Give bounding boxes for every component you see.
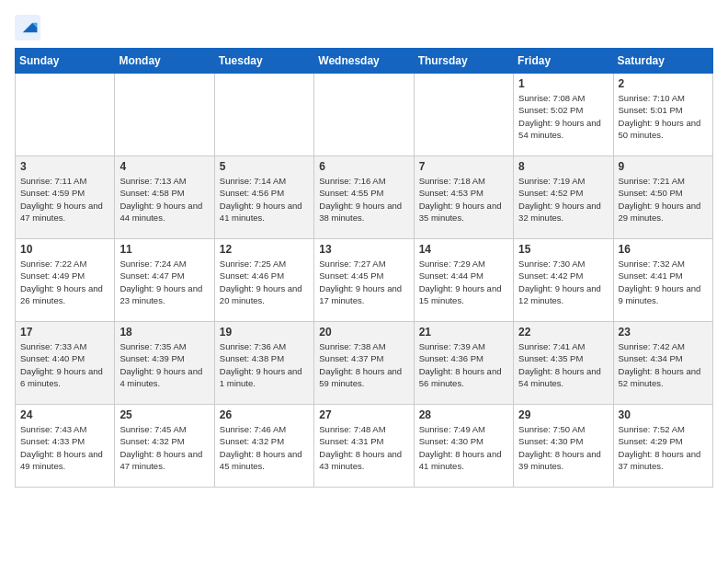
- col-header-thursday: Thursday: [414, 49, 513, 74]
- calendar-cell: 26Sunrise: 7:46 AM Sunset: 4:32 PM Dayli…: [214, 405, 313, 488]
- day-info: Sunrise: 7:25 AM Sunset: 4:46 PM Dayligh…: [220, 258, 309, 306]
- day-number: 2: [619, 77, 708, 90]
- day-info: Sunrise: 7:21 AM Sunset: 4:50 PM Dayligh…: [619, 175, 708, 224]
- page-header: [15, 15, 713, 40]
- calendar-cell: [314, 74, 414, 156]
- day-info: Sunrise: 7:13 AM Sunset: 4:58 PM Dayligh…: [119, 175, 209, 224]
- calendar-cell: 8Sunrise: 7:19 AM Sunset: 4:52 PM Daylig…: [514, 156, 613, 239]
- day-info: Sunrise: 7:49 AM Sunset: 4:30 PM Dayligh…: [419, 423, 508, 472]
- day-info: Sunrise: 7:33 AM Sunset: 4:40 PM Dayligh…: [20, 340, 109, 389]
- day-number: 9: [619, 160, 708, 173]
- day-info: Sunrise: 7:50 AM Sunset: 4:30 PM Dayligh…: [518, 423, 608, 472]
- day-info: Sunrise: 7:14 AM Sunset: 4:56 PM Dayligh…: [220, 175, 309, 224]
- day-number: 28: [419, 408, 508, 421]
- day-number: 20: [319, 326, 408, 339]
- day-number: 17: [20, 326, 109, 339]
- day-number: 7: [419, 160, 508, 173]
- calendar-cell: 24Sunrise: 7:43 AM Sunset: 4:33 PM Dayli…: [16, 405, 115, 488]
- calendar-cell: 11Sunrise: 7:24 AM Sunset: 4:47 PM Dayli…: [115, 239, 214, 322]
- day-info: Sunrise: 7:39 AM Sunset: 4:36 PM Dayligh…: [419, 340, 508, 389]
- calendar-cell: 17Sunrise: 7:33 AM Sunset: 4:40 PM Dayli…: [16, 322, 115, 405]
- col-header-wednesday: Wednesday: [314, 49, 414, 74]
- calendar-cell: 4Sunrise: 7:13 AM Sunset: 4:58 PM Daylig…: [115, 156, 214, 239]
- calendar-cell: 16Sunrise: 7:32 AM Sunset: 4:41 PM Dayli…: [613, 239, 712, 322]
- day-number: 22: [518, 326, 608, 339]
- day-info: Sunrise: 7:43 AM Sunset: 4:33 PM Dayligh…: [20, 423, 109, 472]
- day-number: 16: [619, 243, 708, 256]
- day-info: Sunrise: 7:52 AM Sunset: 4:29 PM Dayligh…: [619, 423, 708, 472]
- day-info: Sunrise: 7:45 AM Sunset: 4:32 PM Dayligh…: [119, 423, 209, 472]
- day-info: Sunrise: 7:38 AM Sunset: 4:37 PM Dayligh…: [319, 340, 408, 389]
- day-info: Sunrise: 7:16 AM Sunset: 4:55 PM Dayligh…: [319, 175, 408, 224]
- calendar-cell: [214, 74, 313, 156]
- day-number: 24: [20, 408, 109, 421]
- calendar-cell: [115, 74, 214, 156]
- day-info: Sunrise: 7:36 AM Sunset: 4:38 PM Dayligh…: [220, 340, 309, 389]
- logo: [15, 15, 44, 40]
- col-header-tuesday: Tuesday: [214, 49, 313, 74]
- day-info: Sunrise: 7:30 AM Sunset: 4:42 PM Dayligh…: [518, 258, 608, 306]
- day-number: 1: [518, 77, 608, 90]
- day-number: 26: [220, 408, 309, 421]
- calendar-cell: 2Sunrise: 7:10 AM Sunset: 5:01 PM Daylig…: [613, 74, 712, 156]
- day-info: Sunrise: 7:29 AM Sunset: 4:44 PM Dayligh…: [419, 258, 508, 306]
- calendar-cell: [414, 74, 513, 156]
- day-number: 4: [119, 160, 209, 173]
- day-number: 15: [518, 243, 608, 256]
- calendar-cell: [16, 74, 115, 156]
- calendar-cell: 5Sunrise: 7:14 AM Sunset: 4:56 PM Daylig…: [214, 156, 313, 239]
- day-info: Sunrise: 7:22 AM Sunset: 4:49 PM Dayligh…: [20, 258, 109, 306]
- day-number: 11: [119, 243, 209, 256]
- day-info: Sunrise: 7:42 AM Sunset: 4:34 PM Dayligh…: [619, 340, 708, 389]
- calendar-cell: 30Sunrise: 7:52 AM Sunset: 4:29 PM Dayli…: [613, 405, 712, 488]
- day-number: 29: [518, 408, 608, 421]
- day-info: Sunrise: 7:32 AM Sunset: 4:41 PM Dayligh…: [619, 258, 708, 306]
- calendar-cell: 1Sunrise: 7:08 AM Sunset: 5:02 PM Daylig…: [514, 74, 613, 156]
- day-number: 13: [319, 243, 408, 256]
- day-number: 27: [319, 408, 408, 421]
- day-info: Sunrise: 7:46 AM Sunset: 4:32 PM Dayligh…: [220, 423, 309, 472]
- calendar-cell: 18Sunrise: 7:35 AM Sunset: 4:39 PM Dayli…: [115, 322, 214, 405]
- calendar-cell: 9Sunrise: 7:21 AM Sunset: 4:50 PM Daylig…: [613, 156, 712, 239]
- calendar-cell: 27Sunrise: 7:48 AM Sunset: 4:31 PM Dayli…: [314, 405, 414, 488]
- day-number: 14: [419, 243, 508, 256]
- day-number: 12: [220, 243, 309, 256]
- day-info: Sunrise: 7:10 AM Sunset: 5:01 PM Dayligh…: [619, 92, 708, 141]
- day-number: 21: [419, 326, 508, 339]
- calendar-cell: 15Sunrise: 7:30 AM Sunset: 4:42 PM Dayli…: [514, 239, 613, 322]
- calendar-cell: 3Sunrise: 7:11 AM Sunset: 4:59 PM Daylig…: [16, 156, 115, 239]
- calendar-cell: 23Sunrise: 7:42 AM Sunset: 4:34 PM Dayli…: [613, 322, 712, 405]
- calendar-cell: 29Sunrise: 7:50 AM Sunset: 4:30 PM Dayli…: [514, 405, 613, 488]
- day-info: Sunrise: 7:18 AM Sunset: 4:53 PM Dayligh…: [419, 175, 508, 224]
- day-info: Sunrise: 7:41 AM Sunset: 4:35 PM Dayligh…: [518, 340, 608, 389]
- calendar-cell: 25Sunrise: 7:45 AM Sunset: 4:32 PM Dayli…: [115, 405, 214, 488]
- calendar-cell: 10Sunrise: 7:22 AM Sunset: 4:49 PM Dayli…: [16, 239, 115, 322]
- day-info: Sunrise: 7:08 AM Sunset: 5:02 PM Dayligh…: [518, 92, 608, 141]
- calendar-cell: 14Sunrise: 7:29 AM Sunset: 4:44 PM Dayli…: [414, 239, 513, 322]
- calendar-cell: 21Sunrise: 7:39 AM Sunset: 4:36 PM Dayli…: [414, 322, 513, 405]
- day-number: 19: [220, 326, 309, 339]
- calendar-cell: 22Sunrise: 7:41 AM Sunset: 4:35 PM Dayli…: [514, 322, 613, 405]
- calendar-cell: 13Sunrise: 7:27 AM Sunset: 4:45 PM Dayli…: [314, 239, 414, 322]
- day-number: 23: [619, 326, 708, 339]
- col-header-saturday: Saturday: [613, 49, 712, 74]
- day-info: Sunrise: 7:27 AM Sunset: 4:45 PM Dayligh…: [319, 258, 408, 306]
- col-header-monday: Monday: [115, 49, 214, 74]
- calendar-cell: 6Sunrise: 7:16 AM Sunset: 4:55 PM Daylig…: [314, 156, 414, 239]
- calendar-cell: 19Sunrise: 7:36 AM Sunset: 4:38 PM Dayli…: [214, 322, 313, 405]
- day-number: 6: [319, 160, 408, 173]
- logo-icon: [15, 15, 40, 40]
- day-info: Sunrise: 7:35 AM Sunset: 4:39 PM Dayligh…: [119, 340, 209, 389]
- calendar-cell: 12Sunrise: 7:25 AM Sunset: 4:46 PM Dayli…: [214, 239, 313, 322]
- day-info: Sunrise: 7:48 AM Sunset: 4:31 PM Dayligh…: [319, 423, 408, 472]
- day-number: 5: [220, 160, 309, 173]
- calendar-table: SundayMondayTuesdayWednesdayThursdayFrid…: [15, 48, 713, 488]
- calendar-cell: 20Sunrise: 7:38 AM Sunset: 4:37 PM Dayli…: [314, 322, 414, 405]
- col-header-friday: Friday: [514, 49, 613, 74]
- calendar-cell: 28Sunrise: 7:49 AM Sunset: 4:30 PM Dayli…: [414, 405, 513, 488]
- day-number: 18: [119, 326, 209, 339]
- day-number: 8: [518, 160, 608, 173]
- day-info: Sunrise: 7:19 AM Sunset: 4:52 PM Dayligh…: [518, 175, 608, 224]
- day-number: 3: [20, 160, 109, 173]
- col-header-sunday: Sunday: [16, 49, 115, 74]
